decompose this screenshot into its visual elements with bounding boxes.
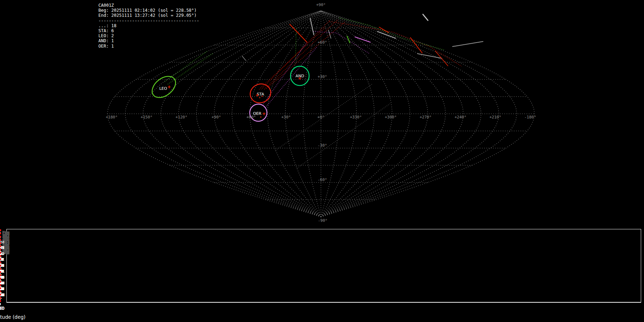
radiant-drift-trail [263,42,307,104]
station-id: CA001Z [98,3,114,8]
x-axis-title: Solar longitude (deg) [0,314,25,320]
meteor-streak [410,38,422,53]
begin-time-line: Beg: 20251111 02:14:02 (sol = 228.58°) [98,8,197,13]
longitude-label: +150° [141,115,152,119]
longitude-label: +30° [281,115,291,119]
latitude-label: -30° [318,143,327,148]
end-time-line: End: 20251111 13:27:42 (sol = 229.05°) [98,13,197,18]
meteor-dot [260,116,261,117]
north-pole-label: +90° [316,3,326,7]
meteor-streak [453,42,483,47]
radiant-drift-trail [165,51,207,82]
longitude-label: +90° [211,115,221,119]
meteor-streak [355,37,370,42]
longitude-label: +270° [420,115,431,119]
meteor-dot [259,97,260,98]
radiant-drift-trail [296,29,296,60]
longitude-label: +180° [106,115,117,119]
radiant-drift-trail [329,21,462,66]
radiant-label-leo: LEO [159,86,167,91]
longitude-label: +0° [317,115,325,119]
longitude-label: +60° [247,115,256,119]
radiant-drift-trail [261,21,330,89]
latitude-label: +60° [318,40,327,45]
radiant-plus-marker [263,112,265,115]
latitude-label: +30° [318,74,327,79]
meteor-streak [435,51,448,66]
header-info-block: CA001Z Beg: 20251111 02:14:02 (sol = 228… [98,3,199,49]
longitude-label: +240° [454,115,466,119]
radiant-label-sta: STA [257,92,264,97]
longitude-label: +120° [175,115,187,119]
meteor-streak [290,24,307,42]
radiant-drift-trail [167,54,213,84]
longitude-label: +330° [350,115,362,119]
meteor-streak [347,36,350,43]
longitude-label: +300° [385,115,396,119]
meteor-observation-screen: LEOSTAANDOER+90°-90°+180°+150°+120°+90°+… [0,0,644,322]
x-axis-tick-label: 350 [0,306,4,311]
longitude-label: +210° [489,115,501,119]
meteor-streak [310,18,314,35]
meteor-streak [377,31,396,38]
meteor-streak [242,56,246,60]
x-axis-tick [0,303,1,305]
grid-meridian [286,11,321,217]
south-pole-label: -90° [318,218,328,223]
grid-meridian [321,11,410,217]
meteor-dot [262,96,263,97]
grid-meridian [321,11,499,217]
radiant-plus-marker [168,86,171,88]
separator-line: --------------------------------------- [98,18,199,23]
sky-map: LEOSTAANDOER+90°-90°+180°+150°+120°+90°+… [0,0,644,228]
meteor-streak [423,14,428,20]
current-sol-line [0,229,1,302]
longitude-label: -180° [524,115,536,119]
latitude-label: -60° [318,177,327,182]
shower-counts-list: ...: 18 STA: 6 LEO: 2 AND: 1 OER: 1 [98,23,117,49]
timeline-panel-border [6,229,641,303]
